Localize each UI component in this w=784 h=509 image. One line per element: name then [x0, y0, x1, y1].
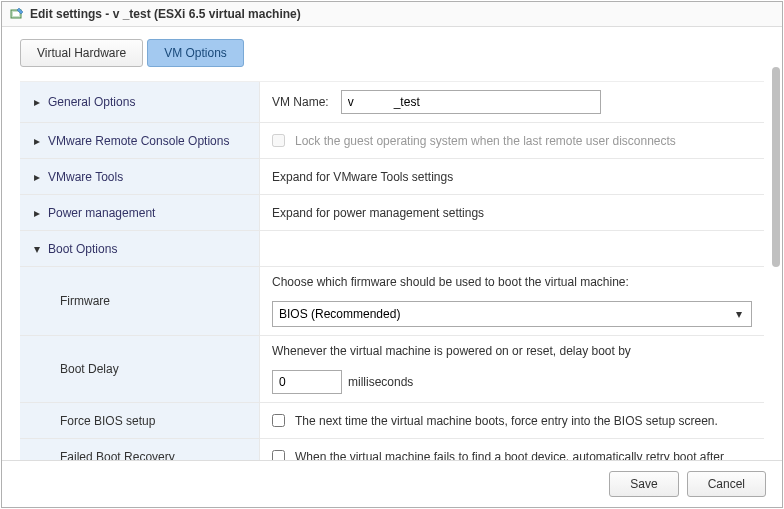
power-management-text: Expand for power management settings: [272, 206, 484, 220]
chevron-down-icon: ▾: [34, 242, 44, 256]
remote-console-value: Lock the guest operating system when the…: [260, 123, 764, 158]
scrollbar-thumb[interactable]: [772, 67, 780, 267]
section-boot-options[interactable]: ▾ Boot Options: [20, 231, 260, 266]
boot-delay-desc: Whenever the virtual machine is powered …: [272, 344, 631, 358]
row-power-management: ▸ Power management Expand for power mana…: [20, 195, 764, 231]
vertical-scrollbar[interactable]: [772, 67, 780, 400]
row-firmware: Firmware Choose which firmware should be…: [20, 267, 764, 336]
row-vmware-tools: ▸ VMware Tools Expand for VMware Tools s…: [20, 159, 764, 195]
vmware-tools-label: VMware Tools: [48, 170, 123, 184]
tab-bar: Virtual Hardware VM Options: [20, 39, 764, 67]
force-bios-label-cell: Force BIOS setup: [20, 403, 260, 438]
firmware-label-cell: Firmware: [20, 267, 260, 335]
row-general-options: ▸ General Options VM Name:: [20, 82, 764, 123]
row-failed-recovery: Failed Boot Recovery When the virtual ma…: [20, 439, 764, 460]
chevron-right-icon: ▸: [34, 95, 44, 109]
failed-recovery-label: Failed Boot Recovery: [60, 450, 175, 461]
boot-options-value: [260, 231, 764, 266]
boot-delay-value: Whenever the virtual machine is powered …: [260, 336, 764, 402]
remote-console-label: VMware Remote Console Options: [48, 134, 229, 148]
power-management-value: Expand for power management settings: [260, 195, 764, 230]
boot-delay-unit: milliseconds: [348, 375, 413, 389]
vm-name-input[interactable]: [341, 90, 601, 114]
force-bios-value: The next time the virtual machine boots,…: [260, 403, 764, 438]
force-bios-text: The next time the virtual machine boots,…: [295, 414, 718, 428]
section-general-options[interactable]: ▸ General Options: [20, 82, 260, 122]
chevron-right-icon: ▸: [34, 170, 44, 184]
dialog-body: Virtual Hardware VM Options ▸ General Op…: [2, 27, 782, 460]
firmware-label: Firmware: [60, 294, 110, 308]
chevron-right-icon: ▸: [34, 206, 44, 220]
section-power-management[interactable]: ▸ Power management: [20, 195, 260, 230]
boot-delay-label-cell: Boot Delay: [20, 336, 260, 402]
firmware-value: Choose which firmware should be used to …: [260, 267, 764, 335]
failed-recovery-value: When the virtual machine fails to find a…: [260, 439, 764, 460]
row-boot-delay: Boot Delay Whenever the virtual machine …: [20, 336, 764, 403]
save-button[interactable]: Save: [609, 471, 678, 497]
failed-recovery-text: When the virtual machine fails to find a…: [295, 450, 724, 461]
settings-scroll-area: ▸ General Options VM Name: ▸ VMware Remo…: [20, 81, 764, 460]
failed-recovery-label-cell: Failed Boot Recovery: [20, 439, 260, 460]
dialog-footer: Save Cancel: [2, 460, 782, 507]
boot-options-label: Boot Options: [48, 242, 117, 256]
tab-vm-options[interactable]: VM Options: [147, 39, 244, 67]
force-bios-label: Force BIOS setup: [60, 414, 155, 428]
boot-delay-input-row: milliseconds: [272, 370, 413, 394]
row-force-bios: Force BIOS setup The next time the virtu…: [20, 403, 764, 439]
firmware-desc: Choose which firmware should be used to …: [272, 275, 629, 289]
firmware-select[interactable]: BIOS (Recommended): [272, 301, 752, 327]
titlebar: Edit settings - v _test (ESXi 6.5 virtua…: [2, 2, 782, 27]
general-options-value: VM Name:: [260, 82, 764, 122]
boot-delay-label: Boot Delay: [60, 362, 119, 376]
tab-virtual-hardware[interactable]: Virtual Hardware: [20, 39, 143, 67]
boot-delay-input[interactable]: [272, 370, 342, 394]
vm-settings-icon: [10, 7, 24, 21]
force-bios-checkbox[interactable]: [272, 414, 285, 427]
vmware-tools-text: Expand for VMware Tools settings: [272, 170, 453, 184]
cancel-button[interactable]: Cancel: [687, 471, 766, 497]
firmware-select-wrap: BIOS (Recommended) ▾: [272, 301, 752, 327]
svg-rect-1: [13, 12, 19, 16]
lock-guest-text: Lock the guest operating system when the…: [295, 134, 676, 148]
vmware-tools-value: Expand for VMware Tools settings: [260, 159, 764, 194]
section-vmware-tools[interactable]: ▸ VMware Tools: [20, 159, 260, 194]
row-remote-console: ▸ VMware Remote Console Options Lock the…: [20, 123, 764, 159]
row-boot-options: ▾ Boot Options: [20, 231, 764, 267]
section-remote-console[interactable]: ▸ VMware Remote Console Options: [20, 123, 260, 158]
lock-guest-checkbox: [272, 134, 285, 147]
general-options-label: General Options: [48, 95, 135, 109]
chevron-right-icon: ▸: [34, 134, 44, 148]
dialog-title: Edit settings - v _test (ESXi 6.5 virtua…: [30, 7, 301, 21]
failed-recovery-checkbox[interactable]: [272, 450, 285, 460]
edit-settings-dialog: Edit settings - v _test (ESXi 6.5 virtua…: [1, 1, 783, 508]
vm-name-label: VM Name:: [272, 95, 329, 109]
power-management-label: Power management: [48, 206, 155, 220]
